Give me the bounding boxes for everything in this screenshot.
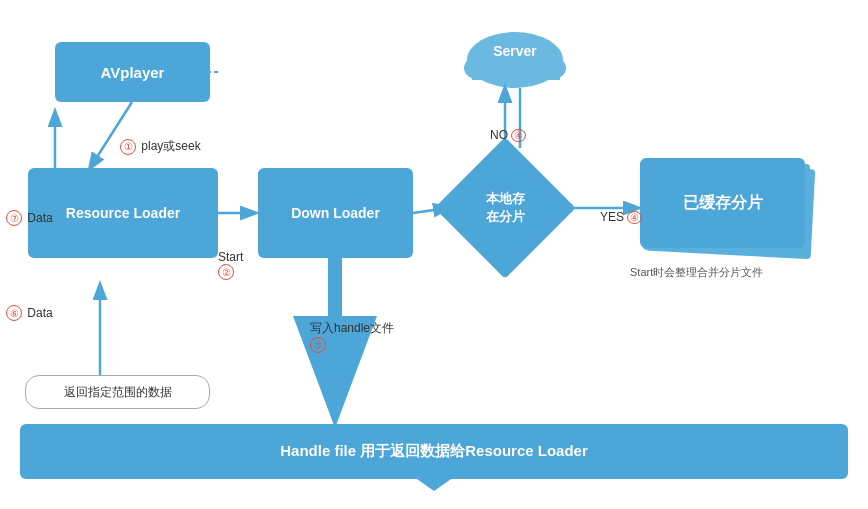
step2-text: Start: [218, 250, 243, 264]
circle-6: ⑥: [6, 305, 22, 321]
resource-loader-label: Resource Loader: [66, 205, 180, 221]
yes-text: YES ④: [600, 210, 642, 224]
circle-2: ②: [218, 264, 234, 280]
svg-line-7: [90, 102, 132, 168]
handle-file-label: Handle file 用于返回数据给Resource Loader: [280, 442, 588, 461]
label-step1: ① play或seek: [120, 138, 201, 155]
label-step5: 写入handle文件 ⑤: [310, 320, 394, 353]
cached-note: Start时会整理合并分片文件: [630, 265, 763, 280]
no-text: NO ④: [490, 128, 526, 142]
cached-label: 已缓存分片: [683, 193, 763, 214]
svg-point-0: [467, 32, 563, 88]
label-step2: Start ②: [218, 250, 243, 280]
handle-file-bar: Handle file 用于返回数据给Resource Loader: [20, 424, 848, 479]
step1-text: play或seek: [141, 139, 200, 153]
step7-text: Data: [27, 211, 52, 225]
resource-loader-box: Resource Loader: [28, 168, 218, 258]
circle-5: ⑤: [310, 337, 326, 353]
cached-note-text: Start时会整理合并分片文件: [630, 266, 763, 278]
svg-point-1: [470, 47, 510, 77]
step6-text: Data: [27, 306, 52, 320]
downloader-box: Down Loader: [258, 168, 413, 258]
svg-rect-5: [472, 62, 560, 80]
avplayer-label: AVplayer: [101, 64, 165, 81]
label-step7: ⑦ Data: [6, 210, 53, 226]
circle-1: ①: [120, 139, 136, 155]
diagram-container: Server: [0, 0, 868, 509]
return-data-box: 返回指定范围的数据: [25, 375, 210, 409]
return-data-label: 返回指定范围的数据: [64, 384, 172, 401]
circle-7: ⑦: [6, 210, 22, 226]
label-yes: YES ④: [600, 210, 642, 224]
svg-point-2: [520, 47, 560, 77]
step5-text: 写入handle文件: [310, 321, 394, 335]
diamond-container: 本地存在分片: [445, 148, 565, 268]
diamond-text: 本地存在分片: [486, 190, 525, 226]
svg-point-4: [534, 56, 566, 80]
downloader-label: Down Loader: [291, 205, 380, 221]
cached-box: 已缓存分片: [640, 158, 805, 248]
svg-text:Server: Server: [493, 43, 537, 59]
label-no: NO ④: [490, 128, 526, 142]
avplayer-box: AVplayer: [55, 42, 210, 102]
svg-point-3: [464, 56, 496, 80]
label-step6: ⑥ Data: [6, 305, 53, 321]
